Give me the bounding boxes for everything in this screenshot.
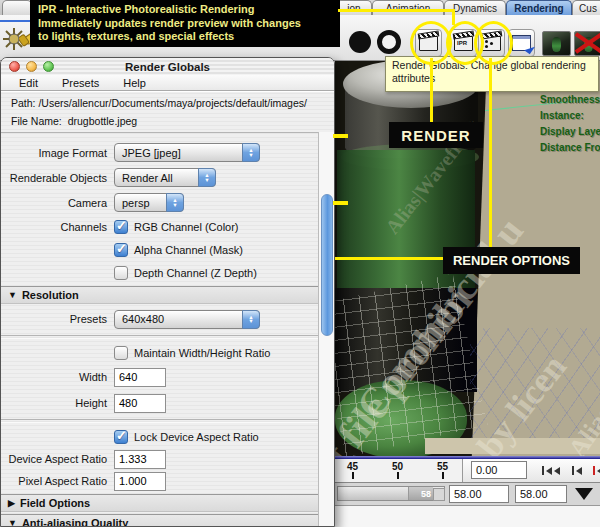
lock-device-aspect-checkbox[interactable] — [114, 430, 128, 444]
shelf-tab-animation[interactable]: Animation — [372, 0, 444, 15]
tick-mark — [397, 472, 399, 479]
path-value: /Users/allencur/Documents/maya/projects/… — [38, 97, 306, 109]
menu-presets[interactable]: Presets — [62, 77, 99, 89]
callout-line-render — [430, 58, 433, 122]
tick-55: 55 — [437, 461, 448, 472]
window-hand-icon — [512, 35, 531, 51]
resolution-section-header[interactable]: ▼ Resolution — [1, 286, 321, 304]
rgb-channel-label: RGB Channel (Color) — [134, 221, 239, 233]
timeline-area: 45 50 55 0.00 — [335, 456, 600, 527]
width-field[interactable]: 640 — [114, 368, 166, 387]
shelf-tab-rendering[interactable]: Rendering — [506, 0, 572, 15]
outline-sphere-icon[interactable] — [377, 30, 401, 54]
render-callout-label: RENDER — [389, 122, 483, 148]
output-path: Path: /Users/allencur/Documents/maya/pro… — [11, 97, 307, 109]
range-slider[interactable]: 58 — [337, 486, 445, 501]
maintain-ratio-label: Maintain Width/Height Ratio — [134, 347, 270, 359]
delete-render-thumbnail-icon[interactable] — [574, 31, 600, 56]
resolution-presets-label: Presets — [1, 313, 114, 325]
black-sphere-icon[interactable] — [349, 31, 371, 53]
width-label: Width — [1, 371, 114, 383]
step-back-button[interactable] — [572, 466, 582, 475]
tick-50: 50 — [392, 461, 403, 472]
device-aspect-ratio-field[interactable]: 1.333 — [114, 450, 166, 469]
rgb-channel-checkbox[interactable] — [114, 220, 128, 234]
range-end-field[interactable]: 58.00 — [515, 485, 567, 503]
divider — [1, 419, 321, 423]
range-slider-row: 58 58.00 58.00 — [335, 483, 600, 506]
anti-aliasing-header-label: Anti-aliasing Quality — [22, 517, 128, 527]
device-aspect-ratio-label: Device Aspect Ratio — [1, 453, 114, 465]
window-menubar: Edit Presets Help — [1, 75, 334, 91]
range-start-field[interactable]: 58.00 — [449, 485, 509, 503]
command-line-area — [335, 506, 600, 527]
field-options-header-label: Field Options — [20, 497, 90, 509]
menu-help[interactable]: Help — [123, 77, 146, 89]
collapse-triangle-icon: ▼ — [8, 290, 17, 300]
callout-dash-lower — [333, 201, 348, 205]
menu-edit[interactable]: Edit — [19, 77, 38, 89]
time-slider-ruler[interactable]: 45 50 55 — [335, 459, 463, 482]
popup-arrows-icon: ▲▼ — [242, 143, 260, 162]
depth-channel-label: Depth Channel (Z Depth) — [134, 267, 257, 279]
callout-line-ipr-vertical — [452, 9, 455, 25]
close-button[interactable] — [9, 61, 20, 72]
render-globals-window: Render Globals Edit Presets Help Path: /… — [0, 57, 335, 527]
image-format-value: JPEG [jpeg] — [122, 147, 181, 159]
resolution-presets-popup[interactable]: 640x480 ▲▼ — [114, 310, 260, 329]
window-titlebar[interactable]: Render Globals — [1, 58, 334, 76]
ipr-callout-line3: to lights, textures, and special effects — [38, 30, 332, 44]
renderable-objects-value: Render All — [122, 172, 173, 184]
window-scrollbar-thumb[interactable] — [321, 194, 333, 336]
zoom-button[interactable] — [43, 61, 54, 72]
image-format-popup[interactable]: JPEG [jpeg] ▲▼ — [114, 143, 260, 162]
depth-channel-checkbox[interactable] — [114, 266, 128, 280]
step-back-frame-button[interactable] — [593, 466, 600, 475]
resolution-header-label: Resolution — [22, 289, 79, 301]
ipr-callout-line2: Immediately updates render preview with … — [38, 17, 332, 31]
anim-prefs-dropdown-icon[interactable] — [575, 488, 593, 500]
height-label: Height — [1, 397, 114, 409]
scene-thumbnail-icon[interactable] — [542, 31, 571, 56]
camera-popup[interactable]: persp ▲▼ — [114, 193, 184, 212]
camera-value: persp — [122, 197, 150, 209]
shelf-divider — [0, 20, 30, 22]
field-options-section-header[interactable]: ▶ Field Options — [1, 494, 321, 512]
anti-aliasing-section-header[interactable]: ▼ Anti-aliasing Quality — [1, 514, 321, 527]
transport-bar-icon — [542, 466, 544, 475]
maintain-ratio-checkbox[interactable] — [114, 346, 128, 360]
go-to-start-button[interactable] — [542, 466, 560, 475]
tick-mark — [352, 472, 354, 479]
minimize-button[interactable] — [26, 61, 37, 72]
time-slider[interactable]: 45 50 55 0.00 — [335, 459, 600, 483]
render-globals-form: Image Format JPEG [jpeg] ▲▼ Renderable O… — [1, 132, 321, 527]
callout-circle-render-globals — [474, 21, 513, 65]
output-file-name: File Name: drugbottle.jpeg — [11, 115, 137, 127]
resolution-presets-value: 640x480 — [122, 313, 164, 325]
pixel-aspect-ratio-field[interactable]: 1.000 — [114, 472, 166, 491]
range-slider-thumb[interactable]: 58 — [408, 487, 433, 500]
transport-triangle-icon — [554, 467, 560, 475]
callout-line-ipr-horizontal — [338, 9, 454, 12]
popup-arrows-icon: ▲▼ — [198, 168, 216, 187]
thumbnail-bottle-icon — [552, 37, 561, 52]
lock-device-aspect-label: Lock Device Aspect Ratio — [134, 431, 259, 443]
transport-triangle-icon — [546, 467, 552, 475]
alpha-channel-checkbox[interactable] — [114, 243, 128, 257]
range-slider-end-handle[interactable] — [433, 488, 445, 501]
window-scrollbar-track[interactable] — [318, 132, 334, 526]
alpha-channel-label: Alpha Channel (Mask) — [134, 244, 243, 256]
expand-triangle-icon: ▶ — [8, 498, 15, 508]
shelf-tab-partial-left[interactable] — [2, 0, 32, 15]
current-time-field[interactable]: 0.00 — [471, 461, 527, 479]
renderable-objects-popup[interactable]: Render All ▲▼ — [114, 168, 216, 187]
render-options-callout-label: RENDER OPTIONS — [443, 247, 580, 274]
shelf-tab-deformation[interactable]: ion — [336, 0, 372, 15]
shelf-tab-custom[interactable]: Cus — [572, 0, 600, 15]
output-info-block: Path: /Users/allencur/Documents/maya/pro… — [1, 91, 334, 133]
height-field[interactable]: 480 — [114, 394, 166, 413]
collapse-triangle-icon: ▼ — [8, 518, 17, 527]
callout-dash-upper — [333, 134, 348, 138]
ipr-callout-title: IPR - Interactive Photorealistic Renderi… — [38, 3, 332, 17]
transport-triangle-icon — [576, 467, 582, 475]
